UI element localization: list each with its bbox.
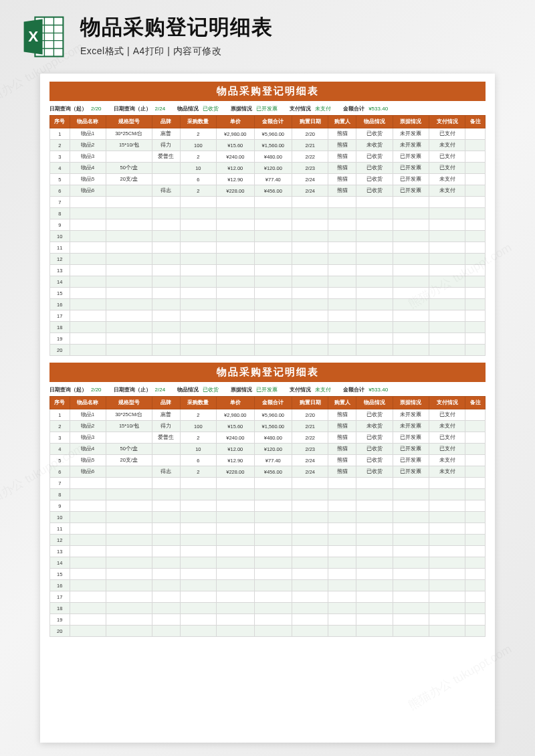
cell <box>393 208 429 219</box>
column-header: 金额合计 <box>254 116 292 128</box>
cell: 20支/盒 <box>106 174 152 185</box>
cell <box>70 208 106 219</box>
cell <box>328 535 356 546</box>
cell <box>356 489 393 500</box>
table-row: 8 <box>50 208 486 219</box>
cell <box>465 254 486 265</box>
cell: 未开发票 <box>393 128 429 140</box>
cell <box>292 322 328 333</box>
cell: 2/24 <box>292 466 328 478</box>
cell: 18 <box>50 603 70 614</box>
cell <box>393 299 429 310</box>
table-row: 4物品450个/盒10¥12.00¥120.002/23熊猫已收货已开发票已支付 <box>50 163 486 174</box>
cell <box>70 276 106 288</box>
cell <box>70 219 106 231</box>
cell: 19 <box>50 333 70 345</box>
table-row: 2物品215*10/包得力100¥15.60¥1,560.002/21熊猫未收货… <box>50 140 486 151</box>
cell: 2/22 <box>292 432 328 444</box>
cell: 未收货 <box>356 140 393 151</box>
cell <box>393 254 429 265</box>
cell <box>465 345 486 356</box>
filter-value: 2/24 <box>155 106 166 112</box>
cell <box>254 512 292 523</box>
cell <box>429 580 465 591</box>
filter-label: 物品情况 <box>177 105 199 112</box>
table-row: 10 <box>50 231 486 242</box>
cell <box>429 614 465 626</box>
cell: 9 <box>50 219 70 231</box>
cell <box>180 322 216 333</box>
cell <box>152 163 180 174</box>
cell: ¥12.90 <box>217 455 255 466</box>
column-header: 支付情况 <box>429 116 465 128</box>
document-preview: 物品采购登记明细表日期查询（起）2/20日期查询（止）2/24物品情况已收货票据… <box>40 74 495 743</box>
cell <box>465 591 486 603</box>
cell <box>292 219 328 231</box>
table-row: 12 <box>50 254 486 265</box>
cell <box>254 523 292 535</box>
cell <box>328 265 356 276</box>
cell <box>180 219 216 231</box>
cell <box>393 219 429 231</box>
cell <box>393 265 429 276</box>
cell: 12 <box>50 254 70 265</box>
cell <box>180 523 216 535</box>
cell <box>429 523 465 535</box>
cell <box>254 333 292 345</box>
cell <box>254 265 292 276</box>
data-table: 序号物品名称规格型号品牌采购数量单价金额合计购置日期购置人物品情况票据情况支付情… <box>49 396 486 637</box>
main-title: 物品采购登记明细表 <box>80 13 273 41</box>
table-row: 20 <box>50 626 486 637</box>
cell <box>70 546 106 557</box>
cell: 13 <box>50 546 70 557</box>
cell <box>152 197 180 208</box>
cell <box>70 322 106 333</box>
cell <box>465 151 486 163</box>
cell <box>70 288 106 299</box>
column-header: 品牌 <box>152 116 180 128</box>
cell <box>254 231 292 242</box>
cell <box>429 208 465 219</box>
cell <box>217 197 255 208</box>
column-header: 票据情况 <box>393 397 429 409</box>
cell <box>106 478 152 489</box>
cell <box>217 512 255 523</box>
column-header: 采购数量 <box>180 116 216 128</box>
cell: 熊猫 <box>328 455 356 466</box>
table-row: 7 <box>50 478 486 489</box>
cell <box>429 546 465 557</box>
cell <box>393 535 429 546</box>
table-row: 16 <box>50 299 486 310</box>
cell <box>292 535 328 546</box>
cell: 4 <box>50 163 70 174</box>
table-row: 5物品520支/盒6¥12.90¥77.402/24熊猫已收货已开发票未支付 <box>50 174 486 185</box>
cell <box>254 569 292 580</box>
page-header: X 物品采购登记明细表 Excel格式 | A4打印 | 内容可修改 <box>0 0 535 67</box>
cell <box>70 231 106 242</box>
column-header: 金额合计 <box>254 397 292 409</box>
cell <box>217 219 255 231</box>
cell: ¥480.00 <box>254 151 292 163</box>
cell: 10 <box>50 231 70 242</box>
table-row: 16 <box>50 580 486 591</box>
table-row: 1物品130*25CM/台惠普2¥2,980.00¥5,960.002/20熊猫… <box>50 409 486 421</box>
cell: ¥240.00 <box>217 151 255 163</box>
cell <box>217 580 255 591</box>
cell <box>292 208 328 219</box>
cell <box>180 557 216 569</box>
cell <box>465 265 486 276</box>
cell <box>217 242 255 254</box>
column-header: 规格型号 <box>106 116 152 128</box>
cell: 已收货 <box>356 409 393 421</box>
cell: 熊猫 <box>328 140 356 151</box>
table-row: 17 <box>50 310 486 322</box>
cell: 8 <box>50 489 70 500</box>
cell <box>292 231 328 242</box>
cell <box>217 523 255 535</box>
cell <box>429 254 465 265</box>
cell <box>356 626 393 637</box>
table-row: 11 <box>50 242 486 254</box>
cell <box>106 276 152 288</box>
table-row: 13 <box>50 265 486 276</box>
table-row: 14 <box>50 557 486 569</box>
